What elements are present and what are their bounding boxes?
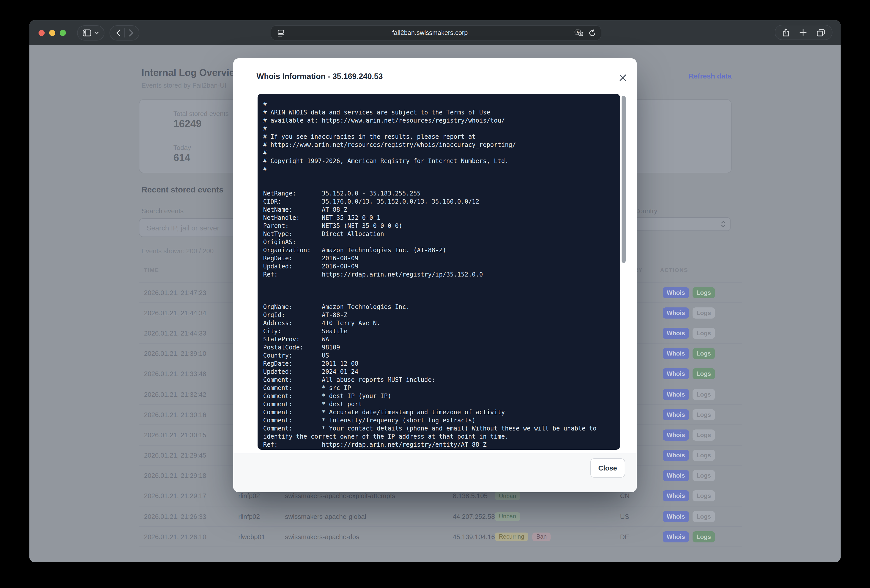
sidebar-toggle-button[interactable] — [77, 25, 104, 40]
cell-time: 2026.01.21, 21:44:34 — [144, 309, 206, 317]
sidebar-icon — [83, 29, 91, 36]
cell-time: 2026.01.21, 21:26:10 — [144, 533, 206, 540]
search-label: Search events — [142, 207, 183, 215]
translate-icon[interactable]: A — [574, 29, 584, 37]
whois-button[interactable]: Whois — [663, 470, 689, 481]
badge-ban: Ban — [532, 533, 551, 541]
stat-today-value: 614 — [173, 152, 191, 163]
logs-button[interactable]: Logs — [693, 307, 715, 319]
whois-button[interactable]: Whois — [663, 409, 689, 420]
cell-time: 2026.01.21, 21:26:33 — [144, 512, 206, 520]
cell-time: 2026.01.21, 21:29:17 — [144, 492, 206, 500]
terminal-scrollbar-thumb[interactable] — [621, 96, 626, 263]
close-window-button[interactable] — [39, 30, 45, 36]
modal-title: Whois Information - 35.169.240.53 — [256, 72, 383, 81]
cell-jail: swissmakers-apache-exploit-attempts — [285, 492, 395, 500]
stat-total-label: Total stored events — [173, 110, 229, 117]
logs-button[interactable]: Logs — [693, 490, 715, 502]
badge-unban: Unban — [495, 492, 520, 500]
stat-total-value: 16249 — [173, 118, 201, 130]
section-title: Recent stored events — [142, 186, 223, 195]
logs-button[interactable]: Logs — [693, 531, 715, 542]
table-bottom-divider — [139, 547, 742, 547]
cell-time: 2026.01.21, 21:47:23 — [144, 289, 206, 296]
window-actions — [775, 25, 833, 40]
table-right-border — [714, 270, 714, 547]
table-row: 2026.01.21, 21:26:33 rlinfp02 swissmaker… — [139, 506, 742, 526]
column-header-actions: ACTIONS — [660, 267, 688, 273]
tabs-overview-icon[interactable] — [817, 29, 825, 36]
forward-button[interactable] — [125, 27, 137, 39]
share-icon[interactable] — [782, 28, 790, 37]
chevron-down-icon — [94, 31, 99, 34]
new-tab-icon[interactable] — [800, 29, 807, 36]
close-icon[interactable] — [618, 73, 628, 83]
cell-time: 2026.01.21, 21:32:42 — [144, 391, 206, 398]
url-text: fail2ban.swissmakers.corp — [285, 30, 574, 36]
cell-jail: swissmakers-apache-dos — [285, 533, 359, 540]
logs-button[interactable]: Logs — [693, 389, 715, 400]
whois-button[interactable]: Whois — [663, 287, 689, 298]
logs-button[interactable]: Logs — [693, 470, 715, 481]
logs-button[interactable]: Logs — [693, 328, 715, 339]
table-row: 2026.01.21, 21:26:10 rlwebp01 swissmaker… — [139, 526, 742, 547]
whois-button[interactable]: Whois — [663, 348, 689, 359]
whois-terminal-output[interactable]: # # ARIN WHOIS data and services are sub… — [258, 94, 620, 450]
cell-ip: 44.207.252.58 — [453, 512, 495, 520]
page-title: Internal Log Overview — [142, 67, 242, 79]
cell-ip: 8.138.5.105 — [453, 492, 487, 500]
page-subtitle: Events stored by Fail2ban-UI — [142, 82, 226, 89]
minimize-window-button[interactable] — [49, 30, 55, 36]
logs-button[interactable]: Logs — [693, 429, 715, 441]
refresh-data-link[interactable]: Refresh data — [688, 72, 731, 80]
column-header-time: TIME — [144, 267, 159, 273]
whois-button[interactable]: Whois — [663, 511, 689, 522]
whois-button[interactable]: Whois — [663, 389, 689, 400]
address-bar[interactable]: fail2ban.swissmakers.corp A — [271, 25, 601, 40]
logs-button[interactable]: Logs — [693, 368, 715, 380]
cell-ip: 45.139.104.168 — [453, 533, 499, 540]
whois-modal: Whois Information - 35.169.240.53 # # AR… — [233, 58, 637, 492]
badge-recurring: Recurring — [495, 533, 528, 541]
chevron-up-down-icon — [721, 221, 725, 227]
cell-time: 2026.01.21, 21:39:10 — [144, 350, 206, 357]
cell-server: rlinfp02 — [238, 492, 260, 500]
whois-text: # # ARIN WHOIS data and services are sub… — [258, 94, 620, 449]
reload-icon[interactable] — [588, 29, 596, 37]
cell-time: 2026.01.21, 21:30:15 — [144, 431, 206, 439]
whois-button[interactable]: Whois — [663, 307, 689, 319]
logs-button[interactable]: Logs — [693, 348, 715, 359]
cell-country: US — [620, 512, 629, 520]
cell-badges: RecurringBan — [495, 533, 551, 541]
cell-time: 2026.01.21, 21:44:33 — [144, 330, 206, 337]
country-filter-label: Country — [634, 207, 657, 215]
window-controls — [39, 30, 66, 36]
logs-button[interactable]: Logs — [693, 409, 715, 420]
screen: fail2ban.swissmakers.corp A — [0, 0, 870, 588]
whois-button[interactable]: Whois — [663, 450, 689, 461]
cell-server: rlwebp01 — [238, 533, 265, 540]
modal-footer: Close — [233, 453, 637, 492]
address-bar-actions: A — [574, 29, 596, 37]
browser-window: fail2ban.swissmakers.corp A — [30, 20, 840, 562]
whois-button[interactable]: Whois — [663, 429, 689, 441]
cell-time: 2026.01.21, 21:33:48 — [144, 370, 206, 378]
reader-icon[interactable] — [277, 29, 285, 37]
whois-button[interactable]: Whois — [663, 328, 689, 339]
events-shown-text: Events shown: 200 / 200 — [142, 247, 214, 255]
logs-button[interactable]: Logs — [693, 511, 715, 522]
zoom-window-button[interactable] — [60, 30, 66, 36]
back-button[interactable] — [112, 27, 124, 39]
cell-country: CN — [620, 492, 630, 500]
badge-unban: Unban — [495, 512, 520, 521]
cell-time: 2026.01.21, 21:30:16 — [144, 411, 206, 418]
cell-server: rlinfp02 — [238, 512, 260, 520]
whois-button[interactable]: Whois — [663, 490, 689, 502]
logs-button[interactable]: Logs — [693, 450, 715, 461]
whois-button[interactable]: Whois — [663, 531, 689, 542]
close-button[interactable]: Close — [590, 458, 625, 478]
whois-button[interactable]: Whois — [663, 368, 689, 380]
logs-button[interactable]: Logs — [693, 287, 715, 298]
cell-time: 2026.01.21, 21:29:18 — [144, 472, 206, 480]
cell-badges: Unban — [495, 492, 520, 500]
